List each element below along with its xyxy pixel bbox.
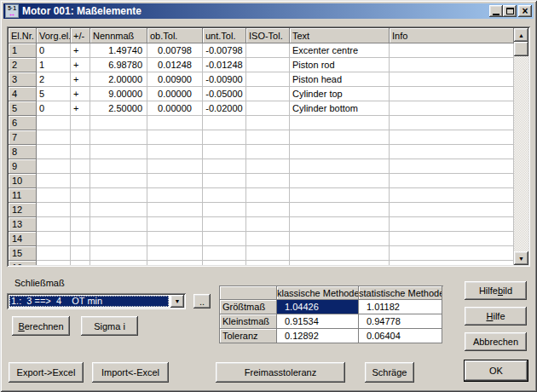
cell-text[interactable] — [290, 217, 390, 232]
cell-unttol[interactable] — [203, 246, 246, 261]
cell-obtol[interactable] — [147, 174, 203, 188]
row-number-cell[interactable]: 15 — [9, 246, 37, 261]
cell-obtol[interactable] — [147, 232, 203, 246]
results-value-cell[interactable]: 0.06404 — [359, 329, 442, 343]
cell-isotol[interactable] — [246, 159, 290, 174]
cell-isotol[interactable] — [246, 130, 290, 145]
row-number-cell[interactable]: 1 — [9, 43, 37, 58]
cell-vorgel[interactable]: 2 — [37, 72, 71, 87]
row-number-cell[interactable]: 4 — [9, 87, 37, 101]
cell-info[interactable] — [390, 130, 514, 145]
cell-info[interactable] — [390, 246, 514, 261]
cell-obtol[interactable] — [147, 130, 203, 145]
cell-nennmass[interactable] — [90, 145, 147, 159]
cell-info[interactable] — [390, 217, 514, 232]
row-number-cell[interactable]: 7 — [9, 130, 37, 145]
cell-obtol[interactable]: 0.00000 — [147, 101, 203, 116]
cell-info[interactable] — [390, 58, 514, 72]
titlebar[interactable]: 5·1 ↔ Motor 001: Maßelemente × — [3, 3, 534, 19]
cell-unttol[interactable] — [203, 174, 246, 188]
cell-vorgel[interactable] — [37, 232, 71, 246]
cell-obtol[interactable] — [147, 261, 203, 265]
cell-sign[interactable] — [71, 116, 90, 130]
abbrechen-button[interactable]: Abbrechen — [465, 332, 527, 351]
cell-isotol[interactable] — [246, 188, 290, 203]
cell-text[interactable] — [290, 174, 390, 188]
minimize-button[interactable] — [489, 5, 503, 17]
cell-unttol[interactable] — [203, 130, 246, 145]
scroll-down-button[interactable]: ▼ — [514, 251, 528, 265]
cell-unttol[interactable]: -0.02000 — [203, 101, 246, 116]
cell-sign[interactable] — [71, 145, 90, 159]
cell-unttol[interactable] — [203, 145, 246, 159]
row-number-cell[interactable]: 6 — [9, 116, 37, 130]
cell-sign[interactable]: + — [71, 58, 90, 72]
row-number-cell[interactable]: 8 — [9, 145, 37, 159]
cell-sign[interactable]: + — [71, 72, 90, 87]
cell-unttol[interactable] — [203, 232, 246, 246]
cell-sign[interactable]: + — [71, 101, 90, 116]
cell-sign[interactable] — [71, 246, 90, 261]
cell-info[interactable] — [390, 87, 514, 101]
cell-vorgel[interactable] — [37, 130, 71, 145]
cell-nennmass[interactable] — [90, 130, 147, 145]
cell-obtol[interactable] — [147, 203, 203, 217]
cell-nennmass[interactable]: 1.49740 — [90, 43, 147, 58]
cell-isotol[interactable] — [246, 72, 290, 87]
cell-text[interactable] — [290, 188, 390, 203]
cell-vorgel[interactable] — [37, 246, 71, 261]
cell-sign[interactable] — [71, 261, 90, 265]
row-number-cell[interactable]: 16 — [9, 261, 37, 265]
cell-info[interactable] — [390, 116, 514, 130]
cell-vorgel[interactable] — [37, 145, 71, 159]
cell-vorgel[interactable]: 1 — [37, 58, 71, 72]
cell-nennmass[interactable] — [90, 261, 147, 265]
cell-nennmass[interactable] — [90, 232, 147, 246]
cell-vorgel[interactable] — [37, 261, 71, 265]
cell-isotol[interactable] — [246, 87, 290, 101]
cell-isotol[interactable] — [246, 203, 290, 217]
results-value-cell[interactable]: 1.01182 — [359, 300, 442, 314]
cell-isotol[interactable] — [246, 232, 290, 246]
cell-unttol[interactable] — [203, 159, 246, 174]
cell-nennmass[interactable] — [90, 188, 147, 203]
cell-info[interactable] — [390, 159, 514, 174]
results-value-cell-selected[interactable]: 1.04426 — [277, 300, 359, 314]
schraege-button[interactable]: Schräge — [365, 362, 414, 383]
cell-unttol[interactable] — [203, 116, 246, 130]
cell-info[interactable] — [390, 101, 514, 116]
cell-isotol[interactable] — [246, 101, 290, 116]
cell-sign[interactable] — [71, 232, 90, 246]
cell-info[interactable] — [390, 72, 514, 87]
cell-nennmass[interactable] — [90, 246, 147, 261]
cell-text[interactable] — [290, 130, 390, 145]
close-button[interactable]: × — [518, 5, 532, 17]
hilfe-button[interactable]: Hilfe — [465, 307, 527, 326]
import-excel-button[interactable]: Import<-Excel — [92, 362, 169, 383]
cell-unttol[interactable] — [203, 203, 246, 217]
cell-obtol[interactable]: 0.00000 — [147, 87, 203, 101]
cell-sign[interactable] — [71, 203, 90, 217]
cell-vorgel[interactable] — [37, 174, 71, 188]
cell-text[interactable] — [290, 261, 390, 265]
cell-text[interactable] — [290, 246, 390, 261]
cell-sign[interactable] — [71, 188, 90, 203]
cell-unttol[interactable]: -0.00900 — [203, 72, 246, 87]
results-value-cell[interactable]: 0.91534 — [277, 314, 359, 329]
schliessmass-more-button[interactable]: .. — [193, 294, 211, 308]
cell-obtol[interactable] — [147, 145, 203, 159]
cell-nennmass[interactable] — [90, 203, 147, 217]
row-number-cell[interactable]: 12 — [9, 203, 37, 217]
cell-vorgel[interactable] — [37, 116, 71, 130]
cell-unttol[interactable] — [203, 261, 246, 265]
cell-unttol[interactable] — [203, 188, 246, 203]
cell-isotol[interactable] — [246, 58, 290, 72]
cell-text[interactable]: Cylinder top — [290, 87, 390, 101]
cell-isotol[interactable] — [246, 261, 290, 265]
cell-sign[interactable]: + — [71, 87, 90, 101]
cell-sign[interactable] — [71, 130, 90, 145]
cell-vorgel[interactable]: 0 — [37, 43, 71, 58]
cell-text[interactable]: Piston head — [290, 72, 390, 87]
cell-obtol[interactable] — [147, 159, 203, 174]
cell-nennmass[interactable] — [90, 174, 147, 188]
